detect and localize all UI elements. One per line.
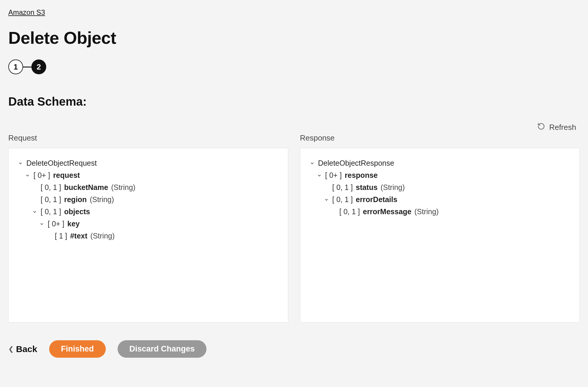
- tree-row-objects[interactable]: [ 0, 1 ] objects: [17, 206, 279, 218]
- tree-node-cardinality: [ 0, 1 ]: [41, 207, 61, 216]
- tree-node-cardinality: [ 0+ ]: [325, 171, 342, 180]
- request-column-label: Request: [8, 133, 288, 143]
- tree-node-name: errorMessage: [363, 207, 411, 216]
- page-title: Delete Object: [8, 28, 580, 48]
- stepper: 1 2: [8, 59, 580, 74]
- chevron-down-icon[interactable]: [309, 161, 315, 166]
- tree-row-key[interactable]: [ 0+ ] key: [17, 218, 279, 230]
- tree-node-cardinality: [ 0+ ]: [48, 220, 64, 228]
- refresh-icon: [537, 122, 545, 132]
- tree-row-status[interactable]: [ 0, 1 ] status (String): [309, 181, 571, 194]
- section-heading: Data Schema:: [8, 95, 580, 108]
- step-2[interactable]: 2: [31, 59, 46, 74]
- tree-node-name: #text: [70, 232, 87, 240]
- tree-node-label: DeleteObjectResponse: [318, 159, 394, 167]
- tree-node-name: status: [356, 183, 378, 192]
- refresh-button[interactable]: Refresh: [537, 122, 576, 132]
- tree-node-name: errorDetails: [356, 195, 397, 204]
- tree-row-response-root[interactable]: DeleteObjectResponse: [309, 157, 571, 169]
- tree-node-cardinality: [ 0, 1 ]: [41, 195, 61, 204]
- chevron-down-icon[interactable]: [25, 173, 31, 178]
- breadcrumb-link[interactable]: Amazon S3: [8, 8, 45, 17]
- discard-changes-button[interactable]: Discard Changes: [118, 340, 207, 358]
- step-connector: [23, 67, 31, 67]
- chevron-down-icon[interactable]: [323, 197, 329, 202]
- tree-row-text[interactable]: [ 1 ] #text (String): [17, 230, 279, 242]
- chevron-down-icon[interactable]: [17, 161, 23, 166]
- tree-node-cardinality: [ 0, 1 ]: [41, 183, 61, 192]
- tree-node-cardinality: [ 0, 1 ]: [332, 195, 353, 204]
- tree-node-name: objects: [64, 207, 90, 216]
- response-column-label: Response: [300, 133, 580, 143]
- tree-node-label: DeleteObjectRequest: [26, 159, 97, 167]
- tree-node-type: (String): [90, 232, 115, 240]
- tree-node-type: (String): [111, 183, 135, 192]
- back-label: Back: [16, 344, 37, 354]
- chevron-down-icon[interactable]: [316, 173, 322, 178]
- tree-node-cardinality: [ 0+ ]: [33, 171, 50, 180]
- chevron-down-icon[interactable]: [39, 222, 45, 226]
- tree-row-bucketname[interactable]: [ 0, 1 ] bucketName (String): [17, 181, 279, 194]
- tree-node-type: (String): [381, 183, 405, 192]
- chevron-left-icon: ❮: [8, 345, 14, 353]
- response-panel: DeleteObjectResponse [ 0+ ] response [ 0…: [300, 148, 580, 322]
- back-button[interactable]: ❮ Back: [8, 344, 37, 354]
- tree-node-name: bucketName: [64, 183, 108, 192]
- tree-node-cardinality: [ 0, 1 ]: [339, 207, 360, 216]
- finished-button[interactable]: Finished: [49, 340, 106, 358]
- tree-row-response[interactable]: [ 0+ ] response: [309, 169, 571, 181]
- tree-node-name: region: [64, 195, 86, 204]
- tree-node-name: key: [67, 220, 80, 228]
- tree-row-request-root[interactable]: DeleteObjectRequest: [17, 157, 279, 169]
- step-1[interactable]: 1: [8, 59, 23, 74]
- tree-node-cardinality: [ 0, 1 ]: [332, 183, 353, 192]
- tree-node-type: (String): [90, 195, 114, 204]
- tree-row-errormessage[interactable]: [ 0, 1 ] errorMessage (String): [309, 206, 571, 218]
- chevron-down-icon[interactable]: [32, 209, 38, 214]
- tree-node-type: (String): [414, 207, 439, 216]
- tree-node-name: response: [345, 171, 378, 180]
- footer-actions: ❮ Back Finished Discard Changes: [8, 340, 580, 358]
- tree-row-request[interactable]: [ 0+ ] request: [17, 169, 279, 181]
- request-panel: DeleteObjectRequest [ 0+ ] request [ 0, …: [8, 148, 288, 322]
- tree-node-name: request: [53, 171, 80, 180]
- tree-node-cardinality: [ 1 ]: [55, 232, 67, 240]
- tree-row-errordetails[interactable]: [ 0, 1 ] errorDetails: [309, 194, 571, 206]
- tree-row-region[interactable]: [ 0, 1 ] region (String): [17, 194, 279, 206]
- refresh-label: Refresh: [549, 123, 576, 132]
